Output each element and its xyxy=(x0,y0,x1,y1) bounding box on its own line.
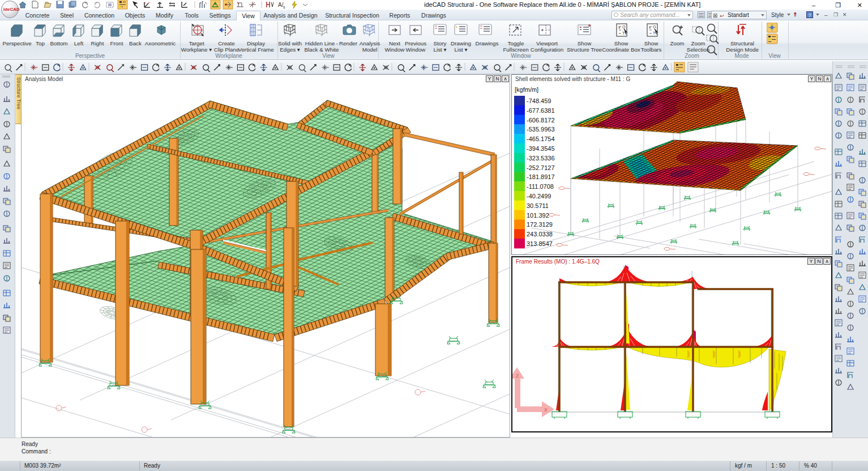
svg-text:-394.3545: -394.3545 xyxy=(527,145,555,152)
svg-text:X: X xyxy=(544,407,548,413)
svg-text:-465.1754: -465.1754 xyxy=(527,135,555,142)
svg-text:-323.5336: -323.5336 xyxy=(527,155,555,162)
svg-text:-40.2499: -40.2499 xyxy=(527,193,551,200)
svg-text:313.8547: 313.8547 xyxy=(527,240,553,247)
svg-text:-677.6381: -677.6381 xyxy=(527,107,555,114)
svg-text:30.5711: 30.5711 xyxy=(527,202,549,209)
svg-text:s: s xyxy=(283,5,285,9)
svg-text:Z: Z xyxy=(516,373,519,379)
svg-text:[kgfm/m]: [kgfm/m] xyxy=(515,86,538,93)
svg-text:-535.9963: -535.9963 xyxy=(527,126,555,133)
svg-text:-181.8917: -181.8917 xyxy=(527,173,555,180)
svg-text:172.3129: 172.3129 xyxy=(527,221,553,228)
svg-text:x: x xyxy=(618,26,621,29)
svg-text:243.0338: 243.0338 xyxy=(527,231,553,237)
svg-text:O: O xyxy=(653,25,656,29)
svg-text:-748.459: -748.459 xyxy=(527,97,551,104)
svg-text:x: x xyxy=(649,26,651,29)
svg-text:-111.0708: -111.0708 xyxy=(527,183,554,190)
svg-text:-252.7127: -252.7127 xyxy=(527,164,555,171)
svg-text:-606.8172: -606.8172 xyxy=(527,117,555,124)
svg-text:101.392: 101.392 xyxy=(527,212,549,219)
svg-text:O: O xyxy=(622,25,626,29)
